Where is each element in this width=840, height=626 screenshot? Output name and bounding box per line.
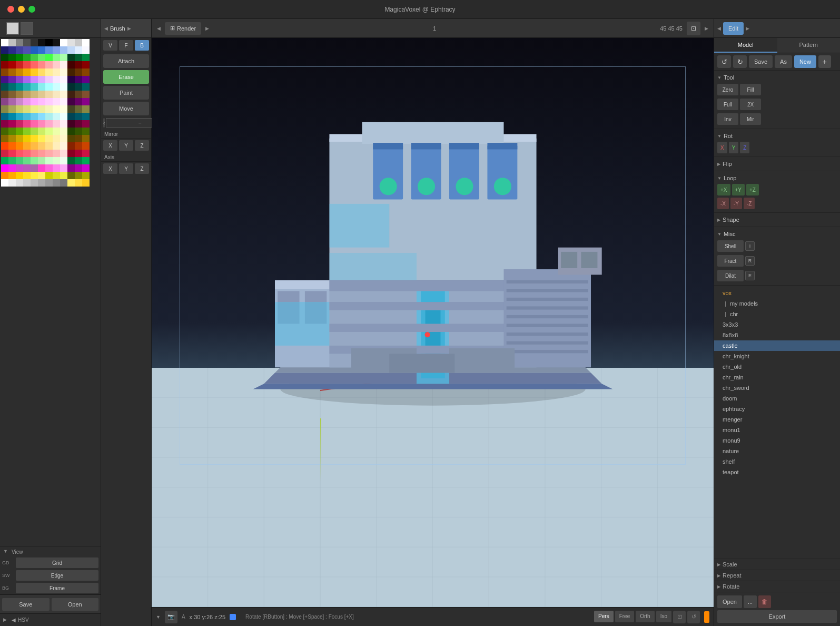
color-cell[interactable] xyxy=(23,91,31,98)
rot-section-header[interactable]: ▼ Rot xyxy=(717,131,837,141)
color-cell[interactable] xyxy=(31,150,38,157)
color-cell[interactable] xyxy=(75,142,82,150)
color-cell[interactable] xyxy=(45,172,53,179)
frame-button[interactable]: Frame xyxy=(16,583,98,593)
right-left-arrow[interactable]: ◀ xyxy=(717,26,721,31)
2x-button[interactable]: 2X xyxy=(740,99,761,110)
color-cell[interactable] xyxy=(38,46,45,54)
mirror-z-button[interactable]: Z xyxy=(135,140,149,151)
color-cell[interactable] xyxy=(60,69,67,76)
rot-y-button[interactable]: Y xyxy=(729,142,739,153)
color-cell[interactable] xyxy=(67,69,75,76)
color-cell[interactable] xyxy=(38,157,45,164)
color-cell[interactable] xyxy=(1,76,8,83)
color-cell[interactable] xyxy=(23,113,31,120)
color-cell[interactable] xyxy=(75,98,82,105)
color-cell[interactable] xyxy=(60,46,67,54)
model-list-3x3x3[interactable]: 3x3x3 xyxy=(714,319,840,330)
color-cell[interactable] xyxy=(31,128,38,135)
color-cell[interactable] xyxy=(8,98,16,105)
color-cell[interactable] xyxy=(1,46,8,54)
model-list-monu1[interactable]: monu1 xyxy=(714,425,840,435)
color-cell[interactable] xyxy=(67,128,75,135)
close-button[interactable] xyxy=(7,6,14,13)
color-cell[interactable] xyxy=(60,113,67,120)
color-cell[interactable] xyxy=(45,142,53,150)
color-cell[interactable] xyxy=(75,164,82,172)
color-cell[interactable] xyxy=(23,46,31,54)
viewport-canvas[interactable] xyxy=(152,38,714,607)
color-cell[interactable] xyxy=(53,61,60,69)
color-cell[interactable] xyxy=(45,157,53,164)
size-left-button[interactable]: ‹ xyxy=(103,118,105,128)
color-cell[interactable] xyxy=(23,120,31,128)
color-cell[interactable] xyxy=(67,83,75,91)
color-cell[interactable] xyxy=(67,113,75,120)
model-list-chr-old[interactable]: chr_old xyxy=(714,361,840,372)
color-cell[interactable] xyxy=(31,142,38,150)
color-cell[interactable] xyxy=(38,179,45,187)
color-cell[interactable] xyxy=(31,91,38,98)
loop-ny-button[interactable]: -Y xyxy=(730,198,742,209)
color-cell[interactable] xyxy=(23,98,31,105)
paint-button[interactable]: Paint xyxy=(103,86,149,100)
color-cell[interactable] xyxy=(1,150,8,157)
color-cell[interactable] xyxy=(23,61,31,69)
color-cell[interactable] xyxy=(16,128,23,135)
color-cell[interactable] xyxy=(75,135,82,142)
save-button[interactable]: Save xyxy=(2,598,50,611)
model-tab[interactable]: Model xyxy=(714,38,777,53)
reset-view-button[interactable]: ↺ xyxy=(687,611,700,623)
inv-button[interactable]: Inv xyxy=(717,113,738,125)
color-cell[interactable] xyxy=(82,76,90,83)
color-cell[interactable] xyxy=(82,179,90,187)
shell-button[interactable]: Shell xyxy=(717,240,744,252)
color-cell[interactable] xyxy=(60,135,67,142)
viewport-icon-button[interactable]: ⊡ xyxy=(687,22,700,35)
minimize-button[interactable] xyxy=(18,6,25,13)
axis-z-button[interactable]: Z xyxy=(135,163,149,174)
viewport-right-arrow[interactable]: ▶ xyxy=(205,26,209,31)
color-cell[interactable] xyxy=(38,142,45,150)
color-cell[interactable] xyxy=(31,120,38,128)
color-cell[interactable] xyxy=(67,91,75,98)
color-cell[interactable] xyxy=(60,128,67,135)
color-cell[interactable] xyxy=(60,120,67,128)
color-cell[interactable] xyxy=(23,150,31,157)
color-cell[interactable] xyxy=(31,46,38,54)
secondary-color-swatch[interactable] xyxy=(21,22,33,35)
color-cell[interactable] xyxy=(45,164,53,172)
color-cell[interactable] xyxy=(16,172,23,179)
color-cell[interactable] xyxy=(82,142,90,150)
redo-button[interactable]: ↻ xyxy=(733,55,747,68)
color-cell[interactable] xyxy=(16,142,23,150)
color-cell[interactable] xyxy=(31,83,38,91)
color-cell[interactable] xyxy=(16,164,23,172)
color-cell[interactable] xyxy=(1,179,8,187)
color-cell[interactable] xyxy=(16,39,23,46)
color-cell[interactable] xyxy=(1,172,8,179)
color-cell[interactable] xyxy=(75,54,82,61)
color-cell[interactable] xyxy=(16,113,23,120)
delete-button[interactable]: 🗑 xyxy=(758,595,771,608)
color-cell[interactable] xyxy=(1,69,8,76)
color-cell[interactable] xyxy=(60,39,67,46)
v-button[interactable]: V xyxy=(103,40,117,51)
color-cell[interactable] xyxy=(38,150,45,157)
brush-right-arrow[interactable]: ▶ xyxy=(127,26,131,31)
color-cell[interactable] xyxy=(53,76,60,83)
color-cell[interactable] xyxy=(67,105,75,113)
model-list-8x8x8[interactable]: 8x8x8 xyxy=(714,330,840,340)
color-cell[interactable] xyxy=(45,105,53,113)
primary-color-swatch[interactable] xyxy=(6,22,19,35)
color-cell[interactable] xyxy=(16,61,23,69)
color-cell[interactable] xyxy=(82,91,90,98)
model-list-castle[interactable]: castle xyxy=(714,340,840,351)
color-cell[interactable] xyxy=(8,113,16,120)
color-cell[interactable] xyxy=(60,105,67,113)
color-cell[interactable] xyxy=(53,179,60,187)
color-cell[interactable] xyxy=(23,142,31,150)
edit-button[interactable]: Edit xyxy=(723,22,744,35)
model-list-chr[interactable]: | chr xyxy=(714,309,840,319)
color-cell[interactable] xyxy=(38,76,45,83)
